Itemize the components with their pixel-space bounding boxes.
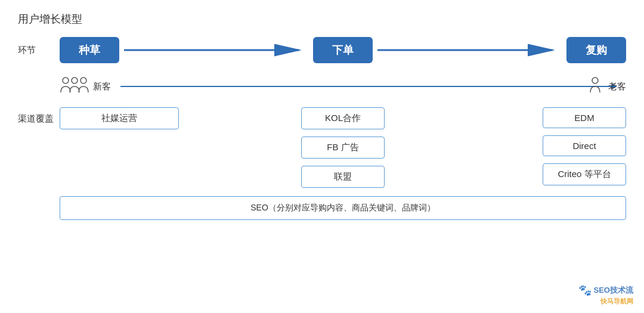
channel-box-lianmeng: 联盟 — [301, 166, 385, 188]
channel-content: 社媒运营 KOL合作 FB 广告 联盟 EDM Direct Criteo 等平… — [60, 107, 626, 188]
channel-col-middle: KOL合作 FB 广告 联盟 — [179, 107, 507, 188]
old-customer-label: 老客 — [608, 81, 626, 92]
channel-box-edm: EDM — [543, 107, 626, 128]
seo-row: SEO（分别对应导购内容、商品关键词、品牌词） — [60, 196, 626, 220]
arrow-1 — [124, 42, 308, 58]
new-customer: 新客 — [60, 76, 111, 97]
channel-row: 渠道覆盖 社媒运营 KOL合作 FB 广告 联盟 EDM Direct Crit… — [18, 107, 626, 188]
channel-col-right: EDM Direct Criteo 等平台 — [507, 107, 626, 188]
watermark-top: 🐾 SEO技术流 — [578, 284, 633, 297]
svg-point-6 — [80, 78, 86, 83]
watermark: 🐾 SEO技术流 快马导航网 — [578, 284, 633, 306]
channel-box-criteo: Criteo 等平台 — [543, 163, 626, 185]
seo-box: SEO（分别对应导购内容、商品关键词、品牌词） — [60, 196, 626, 220]
channel-label: 渠道覆盖 — [18, 107, 60, 125]
svg-point-5 — [72, 78, 78, 83]
watermark-text1: SEO技术流 — [594, 285, 633, 296]
stage-box-3: 复购 — [566, 37, 626, 63]
channel-box-fb: FB 广告 — [301, 137, 385, 159]
stage-row-content: 种草 下单 — [60, 37, 626, 63]
stage-box-1: 种草 — [60, 37, 119, 63]
arrow-2 — [377, 42, 562, 58]
stage-row: 环节 种草 — [18, 37, 626, 63]
channel-box-shemei: 社媒运营 — [60, 107, 179, 129]
svg-point-7 — [592, 78, 598, 83]
old-customer: 老客 — [586, 76, 626, 97]
new-customer-label: 新客 — [93, 81, 111, 92]
stage-row-label: 环节 — [18, 45, 60, 56]
watermark-icon: 🐾 — [578, 284, 592, 297]
stage-box-2: 下单 — [313, 37, 373, 63]
svg-point-4 — [63, 78, 69, 83]
stage-segment-2: 下单 — [313, 37, 566, 63]
old-customer-icon — [586, 76, 605, 97]
new-customer-icon — [60, 76, 89, 97]
channel-box-kol: KOL合作 — [301, 107, 385, 129]
channel-box-direct: Direct — [543, 135, 626, 156]
stage-segment-1: 种草 — [60, 37, 313, 63]
watermark-text2: 快马导航网 — [600, 297, 633, 306]
page-title: 用户增长模型 — [18, 12, 626, 26]
customer-arrow — [120, 86, 617, 87]
customer-row: 新客 老客 — [18, 72, 626, 101]
channel-col-left: 社媒运营 — [60, 107, 179, 188]
customer-content: 新客 老客 — [60, 76, 626, 97]
